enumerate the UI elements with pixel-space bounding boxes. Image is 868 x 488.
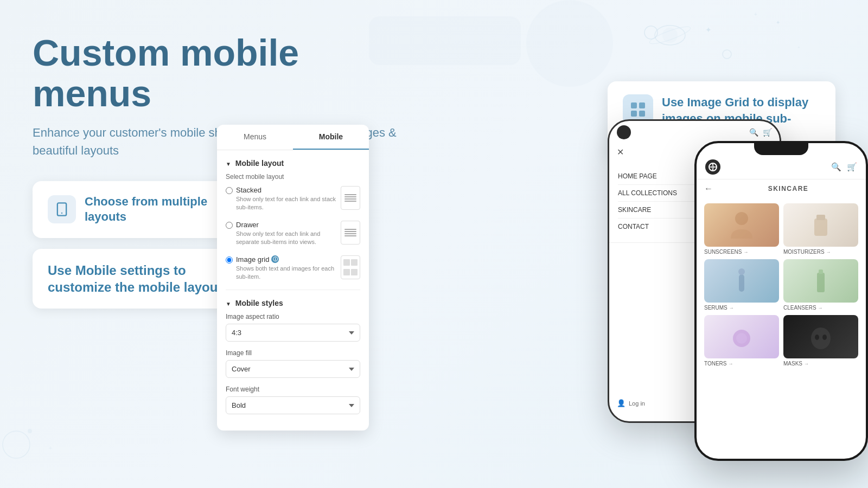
svg-rect-27 <box>817 273 825 292</box>
label-font-weight: Font weight <box>226 386 360 393</box>
svg-point-10 <box>3 431 30 458</box>
svg-text:✦: ✦ <box>776 20 780 25</box>
back-phone-icons: 🔍 🛒 <box>749 128 772 137</box>
callout-settings-text: Use Mobile settings to customize the mob… <box>48 263 222 294</box>
img-sunscreens <box>704 203 779 247</box>
select-label: Select mobile layout <box>226 173 360 181</box>
section-mobile-styles: ▼ Mobile styles <box>226 299 360 307</box>
phone-front: 🔍 🛒 ← SKINCARE <box>694 141 868 461</box>
grid-item-toners[interactable]: TONERS → <box>704 315 779 367</box>
product-grid: SUNSCREENS → MOISTURIZERS → <box>704 203 858 367</box>
svg-rect-19 <box>639 111 645 117</box>
svg-rect-17 <box>639 102 645 108</box>
desc-stacked: Show only text for each link and stack s… <box>236 195 341 212</box>
search-icon-back: 🔍 <box>749 128 758 137</box>
cart-icon-back: 🛒 <box>763 128 772 137</box>
label-serums: SERUMS → <box>704 305 779 311</box>
panel-body: ▼ Mobile layout Select mobile layout Sta… <box>217 150 369 431</box>
search-icon-front[interactable]: 🔍 <box>831 162 841 172</box>
label-image-grid: Image grid ⓘ <box>236 255 341 264</box>
label-stacked: Stacked <box>236 186 341 194</box>
option-drawer[interactable]: Drawer Show only text for each link and … <box>226 221 360 247</box>
field-image-fill: Image fill Cover <box>226 349 360 378</box>
label-image-fill: Image fill <box>226 349 360 357</box>
label-moisturizers: MOISTURIZERS → <box>783 249 858 255</box>
svg-rect-23 <box>814 219 827 236</box>
svg-point-31 <box>811 328 831 349</box>
skincare-title: SKINCARE <box>718 185 858 192</box>
settings-panel: Menus Mobile ▼ Mobile layout Select mobi… <box>217 125 369 431</box>
svg-text:+: + <box>754 11 757 17</box>
svg-point-33 <box>822 335 827 340</box>
svg-text:+: + <box>49 445 52 451</box>
radio-image-grid[interactable] <box>226 256 233 264</box>
arrow-cleansers: → <box>818 305 823 311</box>
desc-drawer: Show only text for each link and separat… <box>236 230 341 247</box>
select-aspect-ratio[interactable]: 4:3 <box>226 324 360 342</box>
label-sunscreens: SUNSCREENS → <box>704 249 779 255</box>
arrow-sunscreens: → <box>743 249 748 255</box>
img-serums <box>704 259 779 303</box>
tab-mobile[interactable]: Mobile <box>293 125 369 150</box>
cart-icon-front[interactable]: 🛒 <box>847 162 857 172</box>
phone-icons: 🔍 🛒 <box>831 162 857 172</box>
back-phone-header: 🔍 🛒 <box>609 121 780 144</box>
svg-point-11 <box>28 429 32 433</box>
grid-item-moisturizers[interactable]: MOISTURIZERS → <box>783 203 858 255</box>
arrow-toners: → <box>729 361 733 367</box>
phone-content: SUNSCREENS → MOISTURIZERS → <box>697 198 866 461</box>
label-masks: MASKS → <box>783 361 858 367</box>
select-font-weight[interactable]: Bold <box>226 396 360 414</box>
field-font-weight: Font weight Bold <box>226 386 360 414</box>
img-moisturizers <box>783 203 858 247</box>
info-badge: ⓘ <box>271 255 279 263</box>
phone-notch <box>754 143 808 155</box>
img-cleansers <box>783 259 858 303</box>
section-arrow-2: ▼ <box>226 301 231 307</box>
phone-header: 🔍 🛒 <box>697 155 866 179</box>
svg-point-8 <box>662 28 678 43</box>
arrow-moisturizers: → <box>826 249 831 255</box>
field-aspect-ratio: Image aspect ratio 4:3 <box>226 313 360 342</box>
svg-point-2 <box>723 50 731 59</box>
icon-drawer <box>341 221 360 245</box>
svg-rect-28 <box>819 269 823 274</box>
radio-drawer[interactable] <box>226 222 233 229</box>
label-drawer: Drawer <box>236 221 341 229</box>
section-mobile-layout: ▼ Mobile layout <box>226 159 360 168</box>
skincare-header: ← SKINCARE <box>697 179 866 198</box>
grid-item-sunscreens[interactable]: SUNSCREENS → <box>704 203 779 255</box>
select-image-fill[interactable]: Cover <box>226 360 360 378</box>
grid-item-cleansers[interactable]: CLEANSERS → <box>783 259 858 311</box>
svg-text:✦: ✦ <box>705 25 712 34</box>
grid-item-masks[interactable]: MASKS → <box>783 315 858 367</box>
svg-point-30 <box>736 333 747 344</box>
phone-container: 🔍 🛒 ✕ HOME PAGE ALL COLLECTIONS → SKINCA… <box>651 119 825 439</box>
svg-point-26 <box>738 268 745 275</box>
label-aspect-ratio: Image aspect ratio <box>226 313 360 320</box>
page-title: Custom mobile menus <box>33 33 401 114</box>
label-cleansers: CLEANSERS → <box>783 305 858 311</box>
svg-rect-25 <box>739 274 744 292</box>
svg-rect-24 <box>816 215 825 220</box>
svg-text:+: + <box>797 45 800 50</box>
grid-item-serums[interactable]: SERUMS → <box>704 259 779 311</box>
option-stacked[interactable]: Stacked Show only text for each link and… <box>226 186 360 212</box>
panel-divider <box>226 290 360 290</box>
icon-stacked <box>341 186 360 210</box>
arrow-serums: → <box>729 305 734 311</box>
back-arrow[interactable]: ← <box>704 184 713 194</box>
option-image-grid[interactable]: Image grid ⓘ Shows both text and images … <box>226 255 360 281</box>
svg-rect-18 <box>631 111 637 117</box>
img-masks <box>783 315 858 358</box>
section-arrow: ▼ <box>226 161 231 167</box>
phone-logo <box>705 159 720 175</box>
back-phone-logo <box>617 125 631 139</box>
tab-menus[interactable]: Menus <box>217 125 293 150</box>
radio-stacked[interactable] <box>226 187 233 194</box>
svg-point-0 <box>526 0 613 87</box>
desc-image-grid: Shows both text and images for each sub-… <box>236 265 341 281</box>
svg-point-22 <box>735 212 748 225</box>
img-toners <box>704 315 779 358</box>
svg-rect-16 <box>631 102 637 108</box>
